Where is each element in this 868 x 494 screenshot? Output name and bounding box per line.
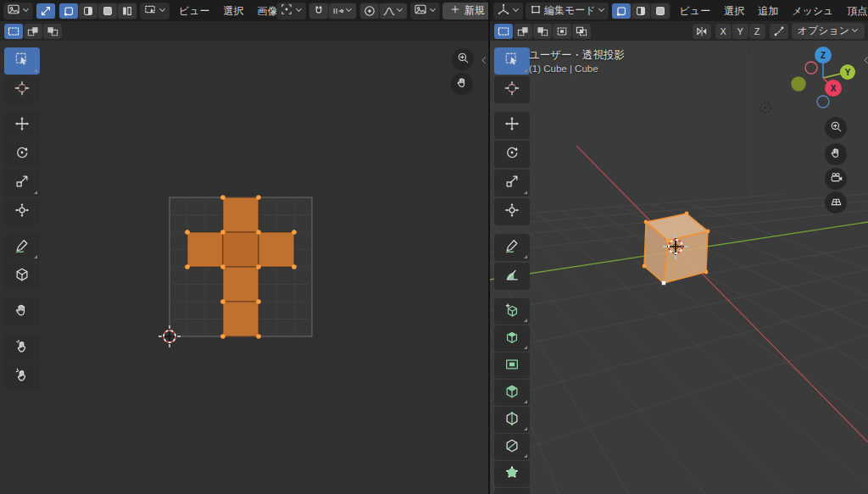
snap-toggle[interactable] [309,3,328,19]
uv-vertex-selected[interactable] [292,230,297,235]
sidebar-collapse-icon[interactable] [478,54,490,69]
mesh-vertex-selected[interactable] [643,264,647,269]
measure-tool[interactable] [494,263,530,290]
mesh-select-edge[interactable] [632,3,650,19]
uv-face-selected[interactable] [223,267,259,302]
sidebar-collapse-icon[interactable] [860,54,868,69]
mesh-select-vertex[interactable] [612,3,631,19]
uv-vertex-selected[interactable] [256,299,261,304]
rotate-tool[interactable] [4,141,40,168]
bevel-tool[interactable] [494,380,530,406]
spin-tool[interactable] [494,488,530,494]
zoom-button[interactable] [825,117,847,139]
tweak-tool[interactable] [494,47,530,75]
uv-vertex-selected[interactable] [256,195,261,200]
relax-brush[interactable] [4,334,40,361]
proportional-editing-toggle[interactable] [360,3,379,19]
gizmo-axis-x[interactable] [805,62,817,74]
uv-vertex-selected[interactable] [256,230,261,235]
mesh-vertex-selected[interactable] [706,230,710,234]
pan-button[interactable] [825,143,847,165]
box-select-new[interactable] [4,24,23,39]
uv-sync-selection-toggle[interactable] [36,3,55,19]
uv-face-selected[interactable] [223,232,259,267]
uv-select-edge[interactable] [79,3,97,19]
move-tool[interactable] [494,112,530,139]
annotate-tool[interactable] [4,234,40,261]
cursor-tool[interactable] [494,76,530,103]
loop-cut-tool[interactable] [494,407,530,433]
menu-item[interactable]: メッシュ [785,1,840,21]
uv-editor-region[interactable]: ビュー選択画像UV 新規 [0,0,490,494]
uv-vertex-selected[interactable] [220,334,225,339]
mesh-select-face[interactable] [651,3,670,19]
editor-type-selector[interactable] [493,3,523,19]
zoom-button[interactable] [452,48,474,70]
pinch-brush[interactable] [4,363,40,390]
uv-vertex-selected[interactable] [220,264,225,269]
light-object[interactable] [760,103,771,113]
poly-build-tool[interactable] [494,461,530,487]
uv-vertex-selected[interactable] [185,230,190,235]
menu-item[interactable]: 頂点 [840,1,868,21]
navigation-gizmo[interactable]: ZYX [788,42,858,112]
box-select-extend[interactable] [24,24,42,39]
rotate-tool[interactable] [494,141,530,168]
mesh-vertex-selected[interactable] [704,270,709,275]
viewport-3d-region[interactable]: 編集モード ビュー選択追加メッシュ頂点辺 XYZ オプション ユーザー・透視投影… [490,0,868,494]
sticky-selection-selector[interactable] [140,3,170,19]
uv-face-selected[interactable] [223,197,259,232]
mesh-vertex-active[interactable] [662,281,665,285]
pan-button[interactable] [451,73,473,95]
box-select-subtract[interactable] [533,24,552,39]
mesh-vertex-selected[interactable] [644,220,648,225]
transform-falloff-toggle[interactable] [770,24,788,39]
transform-tool[interactable] [494,198,530,225]
box-select-invert[interactable] [553,24,571,39]
mesh-vertex-selected[interactable] [685,212,689,216]
extrude-tool[interactable] [494,325,530,352]
menu-item[interactable]: 追加 [751,1,785,21]
menu-item[interactable]: ビュー [172,1,217,21]
move-tool[interactable] [4,112,40,139]
mirror-toggle[interactable] [693,24,711,39]
pivot-point-selector[interactable] [276,3,306,19]
uv-vertex-selected[interactable] [220,299,225,304]
annotate-tool[interactable] [494,234,530,261]
options-dropdown[interactable]: オプション [792,23,865,39]
new-image-button[interactable]: 新規 [442,3,488,19]
cursor-tool[interactable] [4,76,40,103]
transform-tool[interactable] [4,198,40,225]
uv-select-face[interactable] [98,3,117,19]
menu-item[interactable]: 選択 [217,1,251,21]
uv-select-island[interactable] [118,3,136,19]
box-select-intersect[interactable] [572,24,591,39]
gizmo-axis-z[interactable]: Z [815,47,832,64]
rip-region-tool[interactable] [4,263,40,290]
uv-vertex-selected[interactable] [256,264,261,269]
snap-target-selector[interactable] [329,3,356,19]
box-select-subtract[interactable] [43,24,62,39]
knife-tool[interactable] [494,434,530,460]
proportional-falloff-selector[interactable] [380,3,407,19]
uv-select-vertex[interactable] [59,3,78,19]
scale-tool[interactable] [494,169,530,197]
box-select-new[interactable] [494,24,513,39]
add-cube-tool[interactable] [494,298,530,325]
axis-toggle-x[interactable]: X [715,24,732,39]
ortho-toggle-button[interactable] [825,191,847,214]
uv-vertex-selected[interactable] [256,334,261,339]
browse-image-selector[interactable] [410,3,440,19]
axis-toggle-y[interactable]: Y [732,24,748,39]
uv-face-selected[interactable] [223,302,259,336]
uv-face-selected[interactable] [259,232,294,267]
mode-selector[interactable]: 編集モード [526,3,609,19]
uv-canvas[interactable] [0,0,490,494]
uv-vertex-selected[interactable] [185,264,190,269]
axis-toggle-z[interactable]: Z [749,24,765,39]
gizmo-axis-y[interactable] [792,77,805,91]
tweak-tool[interactable] [4,47,40,75]
uv-face-selected[interactable] [187,232,223,267]
camera-view-button[interactable] [825,168,847,190]
gizmo-axis-x[interactable]: X [825,80,842,97]
